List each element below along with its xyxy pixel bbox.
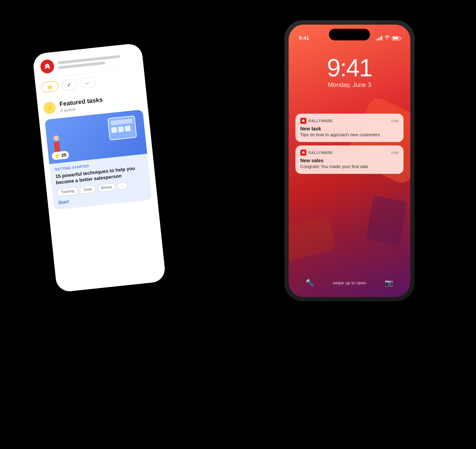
tag-training[interactable]: Training: [57, 187, 78, 196]
notif-2-app-info: RALLYWARE: [300, 150, 333, 156]
status-time: 9:41: [299, 35, 309, 41]
deco-shape-2: [289, 216, 336, 263]
wifi-icon: [384, 36, 390, 41]
iphone-shell: 9:41: [285, 21, 414, 301]
notif-2-time: now: [391, 150, 399, 155]
clock-time: 9:41: [289, 55, 410, 80]
badge-star-icon: ⭐: [54, 153, 60, 158]
task-card[interactable]: ⭐ 25 GETTING STARTED 15 powerful techniq…: [44, 109, 152, 210]
notif-2-body: Congrats! You made your first sale: [300, 164, 399, 170]
notif-2-app-icon: [300, 150, 306, 156]
tab-check[interactable]: ✓: [61, 79, 78, 91]
notif-2-header: RALLYWARE now: [300, 150, 399, 156]
notif-1-app-name: RALLYWARE: [308, 119, 333, 123]
lightning-icon: ⚡: [43, 101, 56, 115]
notif-1-body: Tips on how to approach new customers: [300, 132, 399, 138]
app-logo: [40, 59, 55, 74]
notif-1-app-icon: [300, 118, 306, 124]
featured-tasks-text: Featured tasks 3 active: [59, 96, 104, 113]
swipe-label: swipe up to open: [333, 280, 366, 285]
app-content: ⚡ Featured tasks 3 active: [37, 86, 158, 216]
notif-1-time: now: [391, 118, 399, 123]
iphone-screen: 9:41: [289, 25, 410, 297]
camera-icon[interactable]: 📷: [385, 279, 393, 287]
notifications-area: RALLYWARE now New task Tips on how to ap…: [295, 114, 404, 174]
illus-screen: [107, 115, 137, 140]
notif-1-title: New task: [300, 126, 399, 131]
notif-1-header: RALLYWARE now: [300, 118, 399, 124]
tag-goal[interactable]: Goal: [80, 185, 96, 194]
tag-more[interactable]: ···: [117, 182, 128, 190]
tab-star[interactable]: ⭐: [41, 81, 59, 93]
notif-1-app-info: RALLYWARE: [300, 118, 333, 124]
scene: ⭐ ✓ ··· ⚡ Featured tasks 3 active: [0, 0, 476, 449]
dynamic-island: [329, 29, 370, 40]
signal-bars-icon: [376, 36, 382, 40]
iphone-clock: 9:41 Monday, June 3: [289, 55, 410, 89]
iphone: 9:41: [285, 21, 414, 301]
badge-number: 25: [61, 152, 67, 157]
app-header-lines: [58, 53, 136, 69]
notif-2-title: New sales: [300, 158, 399, 163]
deco-shape-3: [366, 195, 407, 245]
tab-more[interactable]: ···: [79, 77, 96, 89]
tag-bonus[interactable]: Bonus: [97, 183, 116, 192]
iphone-bottom: 🔦 swipe up to open 📷: [289, 279, 410, 287]
battery-icon: [392, 36, 400, 40]
status-icons: [376, 36, 400, 41]
flashlight-icon[interactable]: 🔦: [306, 279, 314, 287]
app-screen-background: ⭐ ✓ ··· ⚡ Featured tasks 3 active: [32, 43, 166, 293]
notification-2[interactable]: RALLYWARE now New sales Congrats! You ma…: [295, 145, 404, 174]
notification-1[interactable]: RALLYWARE now New task Tips on how to ap…: [295, 114, 404, 142]
notif-2-app-name: RALLYWARE: [308, 151, 333, 155]
clock-date: Monday, June 3: [289, 81, 410, 89]
